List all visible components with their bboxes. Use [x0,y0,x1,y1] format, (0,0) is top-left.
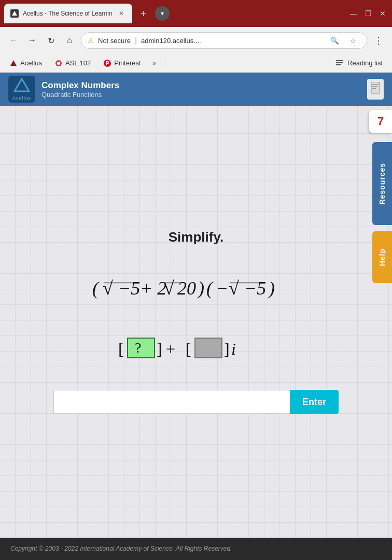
copyright-text: Copyright © 2003 - 2022 International Ac… [10,544,382,554]
svg-text:√: √ [229,278,239,299]
tab-favicon [10,9,19,18]
address-text: admin120.acellus.... [141,37,323,45]
bookmark-asl102[interactable]: ASL 102 [49,57,96,69]
window-controls: — ❐ ✕ [348,8,388,19]
course-title: Complex Numbers [41,80,361,91]
browser-menu-button[interactable]: ⋮ [371,33,386,48]
input-row: Enter [53,390,339,414]
resources-label: Resources [378,163,386,205]
answer-template-svg: [ ? ] + [ ] i [113,333,279,364]
svg-rect-11 [372,84,377,85]
bookmarks-divider [165,58,165,68]
bookmark-acellus-label: Acellus [20,59,42,67]
lesson-title: Quadratic Functions [41,91,361,99]
bookmark-asl-label: ASL 102 [65,59,91,67]
maximize-button[interactable]: ❐ [363,8,373,19]
asl-favicon [54,59,63,67]
svg-rect-13 [372,88,376,89]
math-expression-svg: ( ───── √ −5 + 2 ─── √ 20 ) ( − ───── √ [87,266,305,307]
svg-text:): ) [268,278,275,299]
svg-text:−5: −5 [244,278,266,299]
reading-list-label: Reading list [347,59,383,67]
svg-text:[: [ [186,340,191,358]
svg-rect-36 [195,338,222,358]
svg-text:P: P [106,61,109,66]
reading-list-icon [335,59,344,68]
instruction-label: Simplify. [169,229,223,245]
svg-text:√: √ [103,278,113,299]
svg-text:]: ] [224,340,230,358]
svg-text:[: [ [118,340,124,358]
main-content: 7 Resources Help Simplify. ( ───── √ −5 … [0,106,392,538]
answer-input[interactable] [53,390,290,414]
security-label: Not secure [98,37,131,45]
svg-marker-0 [12,11,17,16]
address-input-wrapper[interactable]: ⚠ Not secure | admin120.acellus.... 🔍 ☆ [81,32,367,49]
enter-button[interactable]: Enter [290,390,339,414]
home-button[interactable]: ⌂ [62,33,77,48]
document-icon [370,82,381,96]
bookmark-pinterest-label: Pinterest [114,59,141,67]
math-expression: ( ───── √ −5 + 2 ─── √ 20 ) ( − ───── √ [87,266,305,312]
svg-text:−5: −5 [118,278,140,299]
security-warning-icon: ⚠ [88,37,94,45]
reading-list-button[interactable]: Reading list [330,57,388,70]
reload-button[interactable]: ↻ [44,33,58,48]
title-bar: Acellus - The Science of Learnin ✕ + ▾ —… [0,0,392,27]
question-area: Simplify. ( ───── √ −5 + 2 ─── √ 20 ) ( [0,106,392,538]
answer-template: [ ? ] + [ ] i [113,333,279,364]
footer: Copyright © 2003 - 2022 International Ac… [0,538,392,560]
svg-rect-12 [372,86,377,87]
logo-triangle-icon [13,78,30,92]
svg-text:(: ( [206,278,214,299]
svg-text:+ 2: + 2 [140,278,166,299]
resources-tab[interactable]: Resources [372,142,392,225]
svg-marker-9 [15,79,29,91]
tab-close-button[interactable]: ✕ [117,9,126,18]
svg-text:?: ? [135,340,141,356]
svg-point-3 [57,62,60,65]
bookmark-pinterest[interactable]: P Pinterest [98,57,146,69]
svg-rect-6 [336,60,343,61]
bookmarks-bar: Acellus ASL 102 P Pinterest » Reading l [0,54,392,73]
tab-title: Acellus - The Science of Learnin [23,10,113,17]
bookmark-star-button[interactable]: ☆ [346,33,360,48]
browser-frame: Acellus - The Science of Learnin ✕ + ▾ —… [0,0,392,560]
logo-letter [13,78,30,95]
svg-text:−: − [216,278,228,299]
back-button[interactable]: ← [6,33,21,48]
minimize-button[interactable]: — [348,8,359,19]
tab-search-button[interactable]: ▾ [155,6,170,21]
svg-text:): ) [197,278,204,299]
svg-marker-1 [10,60,17,66]
acellus-favicon [9,59,18,67]
help-label: Help [378,248,386,266]
page-header: Acellus Complex Numbers Quadratic Functi… [0,73,392,106]
bookmarks-more-button[interactable]: » [148,57,161,69]
svg-text:i: i [231,340,236,358]
zoom-button[interactable]: 🔍 [327,33,342,48]
svg-text:√: √ [164,278,174,299]
svg-text:+: + [166,340,175,358]
pinterest-favicon: P [103,59,111,67]
address-bar: ← → ↻ ⌂ ⚠ Not secure | admin120.acellus.… [0,27,392,54]
svg-text:]: ] [157,340,162,358]
header-right-icon[interactable] [367,79,384,100]
logo-label: Acellus [12,95,31,101]
svg-text:20: 20 [177,278,196,299]
bookmark-acellus[interactable]: Acellus [4,57,47,69]
svg-rect-8 [336,64,341,65]
page-header-text: Complex Numbers Quadratic Functions [41,80,361,99]
svg-text:(: ( [92,278,100,299]
active-tab[interactable]: Acellus - The Science of Learnin ✕ [4,4,132,23]
close-button[interactable]: ✕ [377,8,388,19]
help-tab[interactable]: Help [372,231,392,283]
question-number-badge: 7 [369,110,392,133]
address-separator: | [135,36,137,45]
acellus-logo: Acellus [8,76,35,103]
address-right-icons: 🔍 ☆ [327,33,360,48]
forward-button[interactable]: → [25,33,39,48]
svg-rect-7 [336,62,343,63]
new-tab-button[interactable]: + [135,5,152,22]
